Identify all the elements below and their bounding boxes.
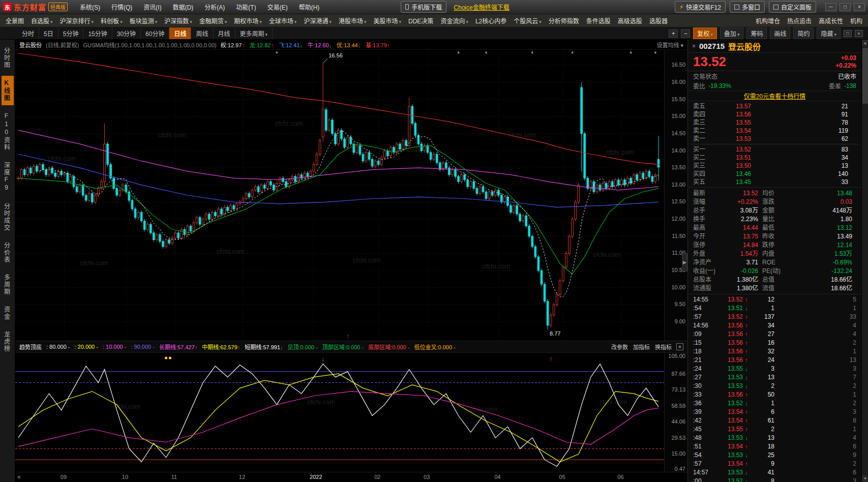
chevron-down-icon: ▾ xyxy=(834,32,836,37)
sidebar-item-龙虎榜[interactable]: 龙虎榜 xyxy=(2,327,14,356)
chart-restore-icon[interactable]: □ xyxy=(844,30,852,37)
menu-item[interactable]: 行情(Q) xyxy=(106,1,137,13)
ask-row: 卖五13.5721 xyxy=(688,102,861,110)
tool-button[interactable]: 叠加▾ xyxy=(720,27,744,39)
nav-item[interactable]: 全球市场▾ xyxy=(265,14,301,27)
panel-collapse-button[interactable]: ▶ xyxy=(682,253,687,272)
nav-item[interactable]: 金融期货▾ xyxy=(196,14,231,27)
nav-right-items: 机构增仓热点追击高成长性机构 xyxy=(752,14,866,27)
quote-close-icon[interactable]: × xyxy=(692,43,696,50)
sidebar-item-K线图[interactable]: K线图 xyxy=(2,76,14,105)
ma-value: 优:13.44↓ xyxy=(337,41,361,49)
indicator-chart[interactable]: cfchi.com cfchi.com cfchi.com cfchi.com … xyxy=(15,353,664,472)
tool-button[interactable]: 筹码 xyxy=(746,27,767,39)
sidebar-item-深度F9[interactable]: 深度F9 xyxy=(2,158,14,196)
nav-item[interactable]: 高级选股 xyxy=(614,14,646,27)
period-tab[interactable]: 周线 xyxy=(191,27,213,39)
nav-item[interactable]: 期权市场▾ xyxy=(230,14,265,27)
period-tab[interactable]: 更多周期▾ xyxy=(235,27,273,39)
tool-button[interactable]: 画线 xyxy=(770,27,790,39)
tool-fuquan[interactable]: 复权▾ xyxy=(693,27,717,39)
choice-download-link[interactable]: Choice金融终端下载 xyxy=(454,3,509,11)
indicator-action-加指标[interactable]: 加指标 xyxy=(633,343,650,351)
scrollbar-thumb[interactable] xyxy=(862,48,868,104)
nav-right-item[interactable]: 机构增仓 xyxy=(752,14,784,27)
chevron-down-icon: ▾ xyxy=(329,19,332,24)
indicator-header: 趋势顶底 : 80.000 -: 20.000 -: 10.000 -: 90.… xyxy=(15,341,687,353)
zoom-out-button[interactable]: − xyxy=(681,29,690,38)
quick-trade-button[interactable]: ⚡ 快速交易F12 xyxy=(675,1,726,13)
sidebar-item-F10资料[interactable]: F10资料 xyxy=(2,109,14,155)
nav-right-item[interactable]: 机构 xyxy=(847,14,866,27)
period-tab[interactable]: 60分钟 xyxy=(141,27,169,39)
chevron-down-icon: ▾ xyxy=(190,19,192,24)
scrollbar-up-icon[interactable]: ▲ xyxy=(862,40,868,46)
menu-item[interactable]: 数据(D) xyxy=(168,1,199,13)
stat-row: 总股本1.380亿总值18.66亿 xyxy=(688,276,861,284)
scroll-left-button[interactable]: « xyxy=(17,473,20,480)
nav-item[interactable]: 选股器 xyxy=(646,14,671,27)
period-tab[interactable]: 日线 xyxy=(169,27,191,39)
nav-item[interactable]: 沪深指数▾ xyxy=(161,14,196,27)
nav-item[interactable]: 沪深港通▾ xyxy=(300,14,335,27)
menu-item[interactable]: 资讯(I) xyxy=(138,1,166,13)
custom-panel-button[interactable]: 自定义面板 xyxy=(769,1,816,13)
tool-button[interactable]: 简约 xyxy=(793,27,814,39)
menu-item[interactable]: 功能(T) xyxy=(231,1,261,13)
indicator-action-换指标[interactable]: 换指标 xyxy=(655,343,672,351)
level2-promo-link[interactable]: 仅需20元查看十档行情 xyxy=(688,91,861,101)
y-tick-label: 44.06 xyxy=(671,418,685,425)
vertical-scrollbar[interactable]: ▲ ▼ xyxy=(861,40,868,482)
nav-item[interactable]: 板块监测▾ xyxy=(126,14,161,27)
mobile-download-button[interactable]: 手机版下载 xyxy=(401,1,446,13)
nav-item[interactable]: 资金流向▾ xyxy=(437,14,472,27)
kline-chart[interactable]: cfchi.com cfchi.com cfchi.com cfchi.com … xyxy=(15,50,664,341)
nav-item[interactable]: 条件选股 xyxy=(583,14,614,27)
scrollbar-down-icon[interactable]: ▼ xyxy=(862,475,868,482)
period-tab[interactable]: 分时 xyxy=(17,27,39,39)
zoom-in-button[interactable]: + xyxy=(669,29,678,38)
sidebar-item-多周期[interactable]: 多周期 xyxy=(2,270,14,299)
maximize-icon[interactable]: □ xyxy=(840,3,851,11)
close-icon[interactable]: × xyxy=(854,3,865,11)
y-tick-label: 87.66 xyxy=(671,371,685,377)
nav-item[interactable]: 美股市场▾ xyxy=(370,14,405,27)
sidebar-item-分时成交[interactable]: 分时成交 xyxy=(2,199,14,235)
nav-right-item[interactable]: 热点追击 xyxy=(784,14,815,27)
menu-item[interactable]: 帮助(H) xyxy=(294,1,325,13)
nav-item[interactable]: 港股市场▾ xyxy=(335,14,370,27)
tool-button[interactable]: 隐藏▾ xyxy=(817,27,841,39)
nav-item[interactable]: L2核心内参 xyxy=(472,14,510,27)
nav-item[interactable]: 自选股▾ xyxy=(27,14,56,27)
ma-value: 龙:12.82↑ xyxy=(250,41,274,49)
period-tab[interactable]: 15分钟 xyxy=(83,27,112,39)
chart-close-icon[interactable]: × xyxy=(855,30,863,37)
y-tick-label: 105.00 xyxy=(668,353,685,359)
nav-item[interactable]: 沪深京排行▾ xyxy=(56,14,98,27)
period-tab[interactable]: 月线 xyxy=(214,27,235,39)
minimize-icon[interactable]: ─ xyxy=(825,3,836,11)
nav-item[interactable]: 个股风云▾ xyxy=(510,14,545,27)
sidebar-item-分价表[interactable]: 分价表 xyxy=(2,238,14,267)
ma-config-button[interactable]: 设置均线 ▾ xyxy=(656,41,683,49)
sidebar-item-资金[interactable]: 资金 xyxy=(2,303,14,324)
svg-text:8.77: 8.77 xyxy=(550,330,560,337)
menu-item[interactable]: 分析(A) xyxy=(199,1,230,13)
nav-item[interactable]: 全景图 xyxy=(2,14,27,27)
menu-item[interactable]: 交易(E) xyxy=(262,1,293,13)
indicator-action-改参数[interactable]: 改参数 xyxy=(611,343,628,351)
indicator-close-icon[interactable]: × xyxy=(676,343,683,350)
period-tab[interactable]: 5分钟 xyxy=(58,27,84,39)
multi-window-button[interactable]: 多窗口 xyxy=(730,1,765,13)
period-tab[interactable]: 30分钟 xyxy=(112,27,141,39)
nav-item[interactable]: 分析师指数 xyxy=(545,14,583,27)
chevron-down-icon: ▾ xyxy=(710,32,713,37)
sidebar-item-分时图[interactable]: 分时图 xyxy=(2,44,14,72)
tick-row: :4513.55↑21 xyxy=(688,425,861,434)
menu-item[interactable]: 系统(S) xyxy=(75,1,105,13)
nav-item[interactable]: DDE决策 xyxy=(405,14,437,27)
nav-right-item[interactable]: 高成长性 xyxy=(815,14,847,27)
tick-list[interactable]: 14:5513.52↑125:5413.51↓11:5713.52↑137331… xyxy=(688,294,861,482)
nav-item[interactable]: 科创板▾ xyxy=(97,14,126,27)
period-tab[interactable]: 5日 xyxy=(39,27,58,39)
